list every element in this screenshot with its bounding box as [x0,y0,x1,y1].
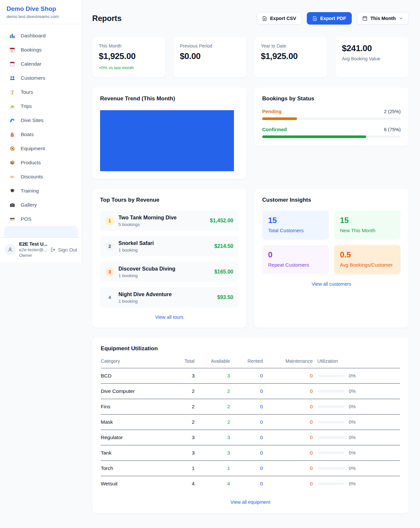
utilization-percent: 0% [349,389,356,394]
tile-value: 15 [268,216,323,225]
cell-rented: 0 [235,461,267,476]
view-all-tours-link[interactable]: View all tours [100,315,239,320]
sidebar-item-label: POS [21,216,32,222]
cell-category: Wetsuit [101,476,176,492]
sidebar-item-tours[interactable]: Tours [4,85,78,99]
cell-maintenance: 0 [267,476,317,492]
sidebar-item-reports-active[interactable] [4,226,78,237]
sidebar-item-gallery[interactable]: Gallery [4,198,78,212]
stat-value: $1,925.00 [261,51,321,61]
status-row-pending: Pending 2 (25%) [262,109,401,120]
tour-revenue: $1,452.00 [210,218,233,224]
cell-category: Torch [101,461,176,476]
cell-total: 2 [176,399,199,415]
top-tours-title: Top Tours by Revenue [100,197,239,203]
rank-badge: 3 [105,268,114,276]
cell-total: 2 [176,384,199,399]
revenue-trend-card: Revenue Trend (This Month) [92,88,246,179]
sidebar-item-label: Trips [21,103,32,109]
shop-domain: demo.test.divestreams.com [7,14,75,19]
table-row: Torch 1 1 0 0 0% [101,461,400,476]
sidebar-item-label: Gallery [21,202,37,208]
cell-available: 1 [199,461,235,476]
export-csv-button[interactable]: Export CSV [257,12,302,25]
status-row-confirmed: Confirmed 6 (75%) [262,127,401,138]
shop-name: Demo Dive Shop [7,5,75,12]
wave-icon [9,117,16,123]
view-all-customers-link[interactable]: View all customers [262,281,401,287]
sidebar-item-label: Bookings [21,47,42,53]
sidebar-item-dashboard[interactable]: Dashboard [4,29,78,43]
tile-value: 0 [268,250,323,259]
sidebar-item-customers[interactable]: Customers [4,71,78,85]
revenue-trend-title: Revenue Trend (This Month) [100,95,239,102]
period-selector[interactable]: This Month [357,12,409,25]
column-header-available: Available [199,358,235,368]
equipment-utilization-title: Equipment Utilization [101,345,400,352]
tour-bookings: 1 booking [118,248,210,253]
insight-tile-total-customers: 15 Total Customers [262,211,329,240]
stat-card-avg-booking-value: $241.00 Avg Booking Value [335,37,409,77]
stat-card-year-to-date: Year to Date $1,925.00 [254,37,327,77]
sidebar: Demo Dive Shop demo.test.divestreams.com… [0,0,82,262]
cell-maintenance: 0 [267,415,317,430]
utilization-cell: 0% [317,466,400,471]
equipment-utilization-card: Equipment Utilization Category Total Ava… [92,337,409,513]
sidebar-item-products[interactable]: Products [4,155,78,170]
stat-card-this-month: This Month $1,925.00 +0% vs last month [92,37,165,77]
export-pdf-label: Export PDF [320,16,346,21]
user-info: E2E Test U... e2e-tester@... Owner [19,241,47,258]
sign-out-label: Sign Out [58,247,77,253]
page-header: Reports Export CSV Export PDF This Month [92,9,409,28]
stat-label: Year to Date [261,43,321,49]
sidebar-item-pos[interactable]: POS [4,212,78,226]
progress-fill-confirmed [262,135,366,138]
export-pdf-button[interactable]: Export PDF [307,12,352,25]
status-count: 6 (75%) [384,127,401,132]
sidebar-user-section: E2E Test U... e2e-tester@... Owner Sign … [0,237,82,262]
graduation-cap-icon [9,188,16,194]
user-email: e2e-tester@... [19,247,47,252]
sidebar-item-label: Boats [21,132,34,137]
sidebar-item-discounts[interactable]: Discounts [4,170,78,184]
sidebar-item-boats[interactable]: Boats [4,127,78,141]
tour-row: 1 Two Tank Morning Dive 5 bookings $1,45… [100,211,239,231]
utilization-cell: 0% [317,389,400,394]
cell-rented: 0 [235,476,267,492]
chevron-down-icon [399,16,403,20]
bar-chart-icon [9,33,16,39]
header-actions: Export CSV Export PDF This Month [257,12,409,25]
calendar-date-icon: 17 [9,47,16,53]
view-all-equipment-link[interactable]: View all equipment [101,499,400,505]
sidebar-item-bookings[interactable]: 17 Bookings [4,43,78,57]
sidebar-item-training[interactable]: Training [4,184,78,198]
cell-available: 2 [199,415,235,430]
avatar [5,244,16,255]
tour-name: Two Tank Morning Dive [118,214,206,221]
utilization-percent: 0% [349,450,356,456]
table-row: Wetsuit 4 4 0 0 0% [101,476,400,492]
stat-value: $241.00 [342,43,402,53]
sidebar-item-trips[interactable]: Trips [4,99,78,113]
sidebar-item-label: Training [21,188,39,194]
column-header-utilization: Utilization [317,358,400,368]
utilization-percent: 0% [349,435,356,440]
tour-name: Snorkel Safari [118,240,210,247]
utilization-percent: 0% [349,404,356,409]
sidebar-item-dive-sites[interactable]: Dive Sites [4,113,78,127]
cell-available: 3 [199,445,235,461]
sailboat-icon [9,132,16,137]
status-label: Pending [262,109,282,114]
column-header-total: Total [176,358,199,368]
period-label: This Month [370,16,396,21]
cell-maintenance: 0 [267,461,317,476]
sidebar-item-calendar[interactable]: Calendar [4,57,78,71]
file-download-icon [262,16,267,21]
sidebar-item-equipment[interactable]: Equipment [4,141,78,155]
file-download-icon [312,16,317,21]
sign-out-button[interactable]: Sign Out [51,247,77,253]
tour-bookings: 1 booking [118,299,213,304]
revenue-trend-chart [100,110,234,171]
tour-name: Discover Scuba Diving [118,266,210,272]
export-csv-label: Export CSV [270,16,296,21]
